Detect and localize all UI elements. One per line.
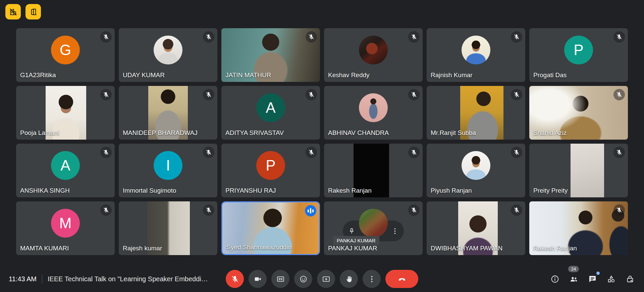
mic-off-button[interactable] [226,270,244,288]
participant-tile[interactable]: Pooja Lamani [16,86,115,140]
avatar: P [256,151,285,180]
avatar [359,93,388,122]
participant-tile[interactable]: UDAY KUMAR [119,28,217,82]
avatar-letter: P [574,43,583,57]
muted-indicator [511,147,522,158]
mic-off-icon [411,207,417,213]
mic-off-icon [231,275,239,283]
muted-indicator [100,204,112,216]
participant-name: Rakesh Ranjan [533,245,577,252]
avatar: I [154,151,182,180]
emoji-button[interactable] [294,270,312,288]
video-feed-portrait [571,144,604,197]
participant-tile[interactable]: Rajnish Kumar [427,28,525,82]
mic-off-icon [205,149,212,156]
chat-icon [588,275,597,284]
participant-name: G1A23Ritika [20,71,56,79]
mic-off-icon [411,34,417,40]
open-door-button[interactable] [25,4,41,19]
host-controls-icon [626,275,635,284]
participant-name: PANKAJ KUMAR [328,245,377,252]
mic-off-icon [411,91,417,98]
top-left-actions [5,4,41,19]
muted-indicator [306,147,317,158]
participant-name: Piyush Ranjan [431,187,472,194]
participant-tile[interactable]: MANIDEEP BHARADWAJ [119,86,217,140]
participant-tile[interactable]: Mr.Ranjit Subba [427,86,525,140]
participant-tile[interactable]: IImmortal Sugimoto [119,144,217,197]
participant-tile[interactable]: JATIN MATHUR [221,28,320,82]
mic-off-icon [205,91,212,98]
meeting-title: IEEE Technical Talk on "Learning Speaker… [48,275,208,283]
participant-name: Immortal Sugimoto [123,187,176,194]
participant-tile[interactable]: MMAMTA KUMARI [16,201,115,255]
participant-tile[interactable]: GG1A23Ritika [16,28,115,82]
mic-off-icon [616,91,623,98]
end-call-button[interactable] [385,270,418,288]
people-button[interactable]: 24 [567,272,580,286]
participant-tile[interactable]: PProgati Das [529,28,628,82]
avatar-letter: G [60,43,71,57]
participant-name: ANSHIKA SINGH [20,187,70,194]
participant-tile[interactable]: AADITYA SRIVASTAV [221,86,320,140]
avatar [154,36,182,64]
participant-name: Rakesh Ranjan [328,187,372,194]
divider [42,275,42,283]
participant-tile[interactable]: Rajesh kumar [119,201,217,255]
pin-button[interactable] [348,227,356,235]
muted-indicator [613,31,625,43]
captions-icon [276,275,285,283]
speaking-indicator [305,205,316,216]
participant-tile[interactable]: Rakesh Ranjan [529,201,628,255]
emoji-icon [299,275,308,283]
more-options-button[interactable] [363,270,381,288]
participant-tile[interactable]: PANKAJ KUMARPANKAJ KUMAR [324,201,423,255]
participant-name: Mr.Ranjit Subba [431,129,476,137]
muted-indicator [203,89,214,100]
participant-tile[interactable]: PPRIYANSHU RAJ [221,144,320,197]
activities-button[interactable] [604,272,618,286]
meeting-stage: GG1A23RitikaUDAY KUMARJATIN MATHURKeshav… [0,0,644,292]
raise-hand-button[interactable] [340,270,358,288]
mic-off-icon [616,207,623,213]
captions-button[interactable] [271,270,289,288]
participant-tile[interactable]: Keshav Reddy [324,28,423,82]
present-screen-button[interactable] [317,270,335,288]
camera-button[interactable] [249,270,267,288]
participant-count-badge: 24 [568,266,579,272]
participant-name: Progati Das [533,71,567,79]
building-off-button[interactable] [5,4,21,19]
mic-off-icon [513,34,520,40]
building-off-icon [9,7,18,16]
avatar-letter: A [60,158,70,173]
present-screen-icon [322,275,330,283]
participant-tile[interactable]: Piyush Ranjan [427,144,525,197]
end-call-icon [398,275,406,283]
participant-tile[interactable]: AANSHIKA SINGH [16,144,115,197]
participant-tile[interactable]: DWIBHASHYAM PAWAN [427,201,525,255]
pin-icon [348,227,356,235]
participant-tile[interactable]: ABHINAV CHANDRA [324,86,423,140]
mic-off-icon [103,34,109,40]
participant-name: UDAY KUMAR [123,71,165,79]
participant-name: MANIDEEP BHARADWAJ [123,129,198,137]
avatar [359,36,388,64]
info-button[interactable] [548,272,561,286]
muted-indicator [100,89,112,100]
host-controls-button[interactable] [623,272,637,286]
tile-more-button[interactable] [391,227,399,235]
participant-tile[interactable]: Rakesh Ranjan [324,144,423,197]
notification-dot [596,272,600,275]
chat-button[interactable] [586,272,599,286]
participant-tile[interactable]: Syed Shahnawazuddin [221,201,320,255]
participant-name: Preity Preity [533,187,568,194]
muted-indicator [408,204,420,216]
participant-tile[interactable]: Preity Preity [529,144,628,197]
muted-indicator [511,89,522,100]
mic-off-icon [411,149,417,156]
avatar [359,209,388,238]
participant-tile[interactable]: Shahid Aziz [529,86,628,140]
avatar-letter: P [266,158,275,173]
call-controls [226,270,418,288]
muted-indicator [408,89,420,100]
